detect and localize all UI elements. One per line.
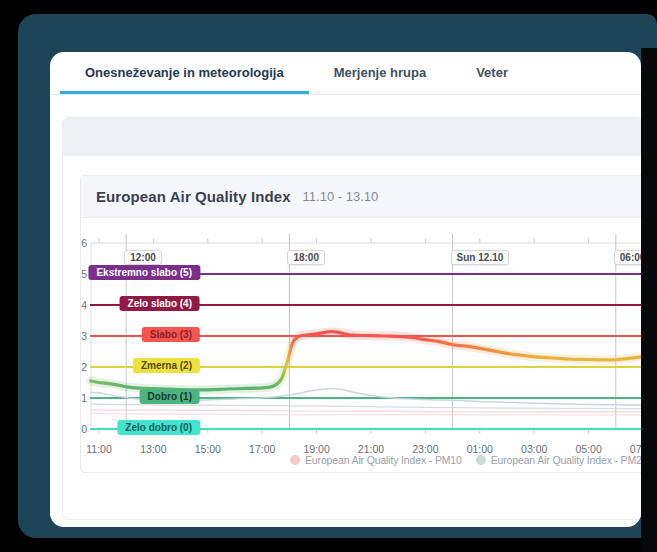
- time-marker: 12:00: [124, 250, 162, 265]
- legend-label: European Air Quality Index - PM10: [305, 454, 462, 466]
- tab-bar: Onesneževanje in meteorologija Merjenje …: [50, 52, 641, 95]
- band-label: Ekstremno slabo (5): [88, 265, 200, 280]
- band-label: Slabo (3): [142, 327, 200, 342]
- legend-dot: [476, 455, 486, 465]
- band-label: Zmerna (2): [133, 358, 200, 373]
- x-axis-label: 11:00: [77, 443, 121, 455]
- aqi-chart-svg: [81, 218, 641, 475]
- time-marker: 18:00: [287, 250, 325, 265]
- legend-item[interactable]: European Air Quality Index - PM2.5: [476, 454, 641, 466]
- x-axis-label: 15:00: [186, 443, 230, 455]
- band-label: Zelo dobro (0): [117, 420, 200, 435]
- y-axis-label: 1: [75, 392, 87, 404]
- time-marker: Sun 12.10: [451, 250, 510, 265]
- y-axis-label: 2: [75, 361, 87, 373]
- y-axis-label: 4: [75, 299, 87, 311]
- y-axis-label: 5: [75, 268, 87, 280]
- x-axis-label: 13:00: [131, 443, 175, 455]
- x-axis-label: 17:00: [240, 443, 284, 455]
- chart-title: European Air Quality Index: [96, 188, 291, 205]
- y-axis-label: 0: [75, 423, 87, 435]
- band-label: Dobro (1): [140, 389, 200, 404]
- band-label: Zelo slabo (4): [120, 296, 200, 311]
- chart-date-range: 11.10 - 13.10: [303, 189, 379, 204]
- legend-label: European Air Quality Index - PM2.5: [491, 454, 641, 466]
- tab-noise-measurement[interactable]: Merjenje hrupa: [309, 52, 451, 94]
- chart-card-header: European Air Quality Index 11.10 - 13.10: [81, 176, 641, 218]
- legend-item[interactable]: European Air Quality Index - PM10: [290, 454, 462, 466]
- content-panel: Onesneževanje in meteorologija Merjenje …: [50, 52, 641, 527]
- y-axis-label: 6: [75, 237, 87, 249]
- chart-area: 012345611:0013:0015:0017:0019:0021:0023:…: [81, 218, 641, 474]
- section-header-bar: [63, 118, 641, 156]
- time-marker: 06:00: [614, 250, 641, 265]
- legend-dot: [290, 455, 300, 465]
- chart-card: European Air Quality Index 11.10 - 13.10…: [80, 175, 641, 473]
- tab-wind[interactable]: Veter: [451, 52, 533, 94]
- tab-pollution-meteorology[interactable]: Onesneževanje in meteorologija: [60, 52, 309, 94]
- right-edge-shadow: [641, 48, 657, 552]
- legend: European Air Quality Index - PM10Europea…: [290, 454, 641, 466]
- y-axis-label: 3: [75, 330, 87, 342]
